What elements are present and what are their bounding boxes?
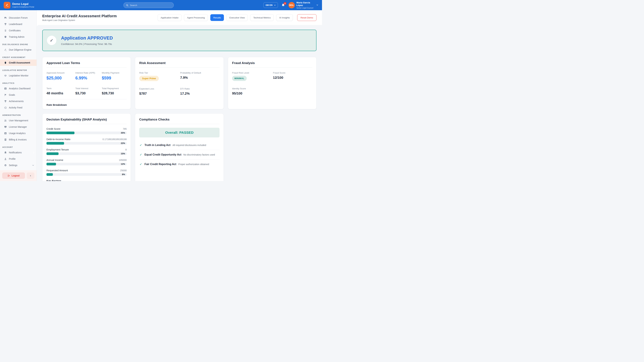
check-circle-icon: ✓ [47,36,56,45]
chart-icon [4,87,7,90]
page-subtitle: Multi-Agent Loan Origination System [42,19,117,21]
total-repayment-value: $28,730 [102,91,126,95]
field-total-repayment: Total Repayment $28,730 [102,87,126,95]
field-probability-of-default: Probability of Default 7.9% [180,71,219,81]
sidebar-item-leaderboard[interactable]: Leaderboard [0,21,36,27]
shap-bar: 8% [46,173,126,176]
rate-breakdown-title: Rate Breakdown [46,103,126,106]
interest-rate-value: 6.99% [75,76,102,80]
shap-analysis-card: Decision Explainability (SHAP Analysis) … [42,113,131,181]
tab-application-intake[interactable]: Application Intake [158,14,182,21]
sidebar-item-credit-assessment[interactable]: Credit Assessment [0,59,36,66]
identity-score-value: 95/100 [232,91,273,95]
logout-icon [8,174,10,177]
sidebar-item-discussion-forum[interactable]: Discussion Forum [0,14,36,21]
compliance-checks-card: Compliance Checks Overall: PASSED ✓ Trut… [135,113,224,181]
compliance-row-truth-in-lending: ✓ Truth in Lending Act All required disc… [139,140,219,150]
gavel-icon [4,48,7,51]
gavel-logo-icon [5,3,9,7]
global-search[interactable] [124,2,174,8]
sidebar-item-analytics-dashboard[interactable]: Analytics Dashboard [0,85,36,92]
sidebar-item-license-manager[interactable]: License Manager [0,124,36,130]
users-icon [4,119,7,122]
page-title: Enterprise AI Credit Assessment Platform [42,14,117,18]
sidebar-footer: Logout ‹ [0,170,36,181]
logout-button[interactable]: Logout [2,172,25,179]
gear-icon [4,164,7,167]
shap-row-credit-score: Credit Score 785 35% [46,127,126,134]
page-header: Enterprise AI Credit Assessment Platform… [37,10,322,25]
field-total-interest: Total Interest $3,730 [75,87,102,95]
tab-executive-view[interactable]: Executive View [226,14,248,21]
shap-bar: 22% [46,142,126,145]
shap-row-employment-tenure: Employment Tenure 8 15% [46,148,126,155]
field-fraud-score: Fraud Score 12/100 [273,71,312,81]
card-title: Compliance Checks [139,118,219,121]
sidebar: Discussion Forum Leaderboard Certificate… [0,10,37,181]
sidebar-item-training-admin[interactable]: Training Admin [0,34,36,40]
history-icon [4,106,7,109]
notification-badge: 3 [284,2,286,5]
compliance-row-fair-credit: ✓ Fair Credit Reporting Act Proper autho… [139,159,219,169]
approved-loan-terms-card: Approved Loan Terms Approved Amount $25,… [42,57,131,109]
sidebar-item-achievements[interactable]: Achievements [0,98,36,104]
card-title: Approved Loan Terms [46,61,126,65]
shap-bar: 12% [46,163,126,165]
field-expected-loss: Expected Loss $787 [139,87,180,95]
reset-demo-button[interactable]: Reset Demo [297,14,316,21]
approval-title: Application APPROVED [61,35,113,41]
tab-results[interactable]: Results [210,14,224,21]
chevron-down-icon [316,4,318,7]
sidebar-item-notifications[interactable]: Notifications 3 [0,149,36,156]
user-menu[interactable]: MGL María García López Senior Legal Coun… [288,1,318,9]
app-name: Demo Legal [12,2,34,6]
chart-icon [4,132,7,135]
section-header-analytics: ANALYTICS [0,79,36,85]
section-header-due-diligence: DUE DILIGENCE ENGINE [0,40,36,46]
tab-ai-insights[interactable]: AI Insights [276,14,293,21]
flag-icon [4,93,7,96]
overall-status: Overall: PASSED [139,128,219,137]
sidebar-item-due-diligence-engine[interactable]: Due Diligence Engine [0,46,36,53]
sidebar-item-legislative-monitor[interactable]: Legislative Monitor [0,72,36,79]
sidebar-item-profile[interactable]: Profile [0,156,36,162]
expected-loss-value: $787 [139,92,180,95]
check-icon: ✓ [140,153,142,157]
search-input[interactable] [130,4,171,6]
fraud-analysis-card: Fraud Analysis Fraud Risk Level MINIMAL … [228,57,316,109]
shap-bar: 35% [46,132,126,134]
tab-technical-metrics[interactable]: Technical Metrics [250,14,274,21]
language-label: GB EN [266,4,272,6]
sidebar-collapse-button[interactable]: ‹ [27,172,34,179]
card-title: Decision Explainability (SHAP Analysis) [46,118,126,121]
brain-icon [4,61,7,64]
user-role: Senior Legal Counsel [296,7,313,9]
section-header-legislative-monitor: LEGISLATIVE MONITOR [0,66,36,72]
search-icon [126,4,128,6]
shap-bar: 15% [46,152,126,155]
sidebar-item-certificates[interactable]: Certificates [0,27,36,34]
pd-value: 7.9% [180,76,219,80]
scales-icon [4,74,7,77]
term-value: 48 months [46,91,75,95]
total-interest-value: $3,730 [75,91,102,95]
sidebar-item-settings[interactable]: Settings [0,162,36,168]
risk-tier-badge: Super Prime [139,76,159,81]
sidebar-item-activity-feed[interactable]: Activity Feed [0,104,36,111]
field-risk-tier: Risk Tier Super Prime [139,71,180,81]
brand[interactable]: Demo Legal Legal & Compliance Portal [4,2,34,8]
field-identity-score: Identity Score 95/100 [232,87,273,95]
language-selector[interactable]: GB EN [264,2,278,8]
key-factors-title: Key Factors [46,179,126,181]
sidebar-item-usage-analytics[interactable]: Usage Analytics [0,130,36,136]
notifications-button[interactable]: 3 [282,3,285,7]
field-approved-amount: Approved Amount $25,000 [46,71,75,80]
section-header-account: ACCOUNT [0,143,36,149]
sidebar-item-goals[interactable]: Goals [0,92,36,98]
field-interest-rate: Interest Rate (APR) 6.99% [75,71,102,80]
sidebar-item-user-management[interactable]: User Management [0,117,36,124]
person-icon [4,158,7,160]
sidebar-item-billing-invoices[interactable]: Billing & Invoices [0,136,36,143]
tab-agent-processing[interactable]: Agent Processing [184,14,208,21]
divider [46,99,126,99]
